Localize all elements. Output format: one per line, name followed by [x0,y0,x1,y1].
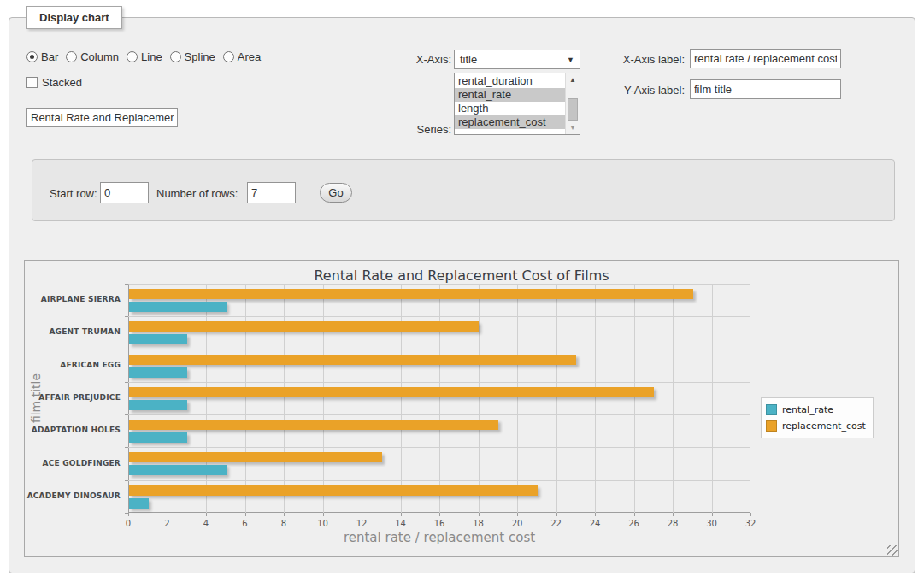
y-tick-mark [125,447,128,448]
chart-type-radio-column[interactable]: Column [66,50,119,63]
x-tick-label: 8 [267,519,301,528]
x-tick-label: 32 [733,519,768,528]
y-tick-mark [125,350,128,350]
x-tick-mark [479,513,480,516]
x-tick-mark [284,513,285,516]
chart-type-label: Area [238,50,261,63]
scrollbar-thumb[interactable] [568,98,578,121]
x-tick-label: 16 [422,519,456,528]
x-tick-mark [517,513,518,516]
start-row-input[interactable] [100,182,149,203]
x-axis-select[interactable]: title ▼ [454,50,580,69]
scroll-down-icon[interactable]: ▼ [566,121,580,134]
x-tick-label: 2 [150,519,185,528]
gridline-vertical [595,284,596,513]
radio-icon[interactable] [127,51,138,62]
bar-replacement_cost [129,355,576,365]
y-tick-mark [125,284,128,285]
y-tick-mark [125,513,128,514]
legend-item: replacement_cost [766,418,866,434]
x-axis-label-input[interactable] [690,49,841,68]
x-tick-mark [362,513,362,516]
chart-type-radio-area[interactable]: Area [223,50,261,63]
bar-rental_rate [129,334,187,344]
start-row-label: Start row: [50,187,97,200]
bar-replacement_cost [129,321,479,332]
category-label: AFRICAN EGG [25,361,121,369]
chart-type-radio-line[interactable]: Line [127,50,162,63]
series-option-length[interactable]: length [455,102,565,115]
bar-rental_rate [129,465,227,475]
gridline-vertical [634,284,635,513]
bar-rental_rate [129,367,187,378]
x-tick-mark [556,513,557,516]
x-tick-mark [323,513,324,516]
legend-label: rental_rate [782,404,833,415]
series-listbox-scrollbar[interactable]: ▲ ▼ [565,73,580,134]
x-tick-label: 12 [344,519,379,528]
x-tick-mark [128,513,129,516]
x-tick-mark [595,513,596,516]
x-tick-label: 6 [228,519,262,528]
series-listbox[interactable]: rental_durationrental_ratelengthreplacem… [454,73,580,135]
series-option-rental_rate[interactable]: rental_rate [455,88,565,102]
chevron-down-icon: ▼ [567,56,574,64]
category-label: AIRPLANE SIERRA [25,295,121,303]
x-axis-select-label: X-Axis: [398,53,451,66]
x-tick-mark [712,513,713,516]
legend-label: replacement_cost [782,420,866,432]
radio-icon[interactable] [170,51,181,62]
legend-swatch-icon [766,420,777,432]
gridline-vertical [673,284,674,513]
chart-type-group: BarColumnLineSplineArea [26,50,261,63]
y-axis-label-label: Y-Axis label: [619,84,685,97]
num-rows-label: Number of rows: [156,187,238,200]
x-tick-label: 26 [617,519,651,528]
gridline-vertical [517,284,518,513]
y-tick-mark [125,382,128,383]
y-tick-mark [125,480,128,481]
radio-icon[interactable] [223,51,234,62]
chart-x-axis-title: rental rate / replacement cost [128,530,750,545]
legend-swatch-icon [766,404,777,415]
resize-grip-icon[interactable] [887,545,898,556]
chart-title-input[interactable] [26,108,178,127]
scroll-up-icon[interactable]: ▲ [566,73,580,86]
gridline-vertical [556,284,557,513]
x-tick-label: 18 [462,519,496,528]
x-tick-mark [168,513,168,516]
stacked-checkbox-row[interactable]: Stacked [26,76,82,89]
stacked-checkbox[interactable] [26,77,38,88]
chart-type-radio-bar[interactable]: Bar [26,50,58,63]
go-button[interactable]: Go [320,183,352,203]
x-axis-selected-value: title [460,53,567,66]
chart-container: Rental Rate and Replacement Cost of Film… [24,260,899,557]
series-listbox-label: Series: [398,123,451,136]
x-tick-label: 22 [539,519,574,528]
bar-rental_rate [129,432,187,443]
row-controls-panel: Start row: Number of rows: Go [32,159,895,221]
radio-icon[interactable] [26,51,38,62]
series-option-rental_duration[interactable]: rental_duration [455,74,565,88]
series-option-replacement_cost[interactable]: replacement_cost [455,115,565,129]
gridline-vertical [479,284,480,513]
bar-replacement_cost [129,289,693,299]
chart-type-radio-spline[interactable]: Spline [170,50,215,63]
x-tick-label: 24 [578,519,612,528]
bar-rental_rate [129,498,149,509]
gridline-vertical [401,284,402,513]
fieldset-legend: Display chart [26,6,122,29]
chart-type-label: Column [80,50,119,63]
x-tick-label: 30 [695,519,729,528]
x-axis-label-label: X-Axis label: [619,53,685,66]
y-axis-label-input[interactable] [690,79,841,99]
chart-type-label: Bar [41,50,58,63]
radio-icon[interactable] [66,51,77,62]
gridline-vertical [362,284,362,513]
x-tick-mark [673,513,674,516]
y-tick-mark [125,414,128,415]
num-rows-input[interactable] [247,182,296,203]
x-tick-mark [206,513,207,516]
chart-title: Rental Rate and Replacement Cost of Film… [25,267,898,284]
x-tick-mark [750,513,751,516]
